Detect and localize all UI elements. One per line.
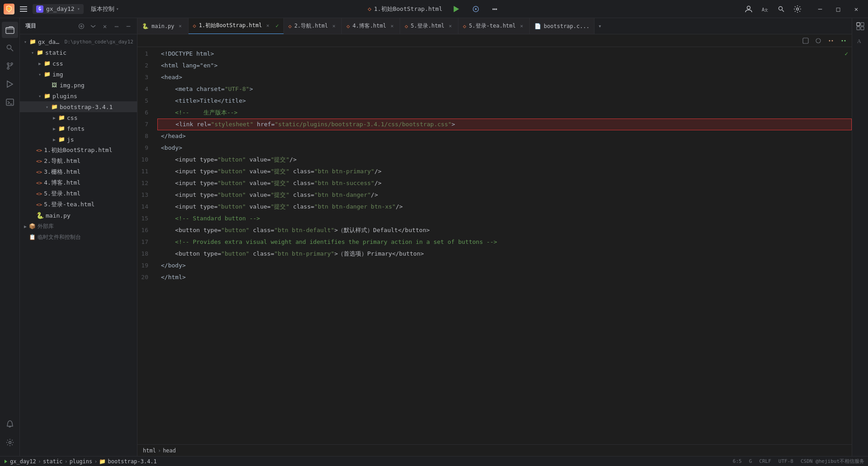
code-token: </head>	[161, 130, 186, 142]
line-number: 3	[137, 71, 152, 83]
breadcrumb-static: static	[43, 458, 62, 465]
svg-point-3	[475, 8, 477, 10]
code-line: <input type="button" value="提交"/>	[157, 154, 852, 166]
editor-icon-2[interactable]	[814, 36, 823, 45]
close-button[interactable]: ✕	[848, 3, 864, 15]
activity-vcs-icon[interactable]	[2, 58, 18, 74]
tab-close-nav-html[interactable]: ✕	[330, 23, 337, 29]
static-label: static	[45, 49, 66, 56]
tab-close-bootstrap-html[interactable]: ✕	[264, 23, 271, 29]
tree-fonts[interactable]: ▶ 📁 fonts	[20, 123, 137, 134]
bootstrap-label: bootstrap-3.4.1	[60, 104, 113, 110]
translate-icon[interactable]: A文	[760, 4, 770, 14]
code-content[interactable]: <!DOCTYPE html>✓<html lang="en"><head> <…	[157, 47, 852, 444]
tree-external[interactable]: ▶ 📦 外部库	[20, 221, 137, 232]
debug-button[interactable]	[470, 3, 482, 15]
tree-img[interactable]: ▾ 📁 img	[20, 69, 137, 80]
tree-nav-html[interactable]: ▶ <> 2.导航.html	[20, 156, 137, 166]
project-selector[interactable]: G gx_day12 ▾	[33, 4, 84, 14]
title-bar-center: ◇ 1.初始BootStrap.html ⋯	[368, 3, 500, 15]
collapse-all-button[interactable]	[88, 21, 98, 31]
tab-bootstrap-css[interactable]: 📄 bootstrap.c...	[530, 18, 594, 34]
tree-main-py[interactable]: ▶ 🐍 main.py	[20, 210, 137, 221]
activity-folder-icon[interactable]	[2, 22, 18, 38]
more-options-button[interactable]: ⋯	[490, 4, 500, 14]
tree-login-html[interactable]: ▶ <> 5.登录.html	[20, 188, 137, 199]
tab-bootstrap-html[interactable]: ◇ 1.初始BootStrap.html ✕ ✓	[189, 18, 284, 34]
b-js-label: js	[67, 136, 74, 143]
code-token: <html lang="en">	[161, 60, 217, 71]
activity-notifications-icon[interactable]	[2, 416, 18, 433]
close-sidebar-button[interactable]: ✕	[100, 21, 110, 31]
activity-run-icon[interactable]	[2, 76, 18, 92]
tree-arrow-static: ▾	[29, 49, 36, 56]
code-token: "btn btn-danger btn-xs"	[314, 201, 396, 213]
plugins-folder-icon: 📁	[43, 92, 51, 100]
tree-plugins[interactable]: ▾ 📁 plugins	[20, 90, 137, 101]
breadcrumb-head: head	[163, 447, 176, 454]
sidebar-header: 项目 ✕ ⋯ ─	[20, 18, 137, 34]
tab-close-blog-html[interactable]: ✕	[389, 23, 395, 29]
editor-icon-4[interactable]	[839, 36, 848, 45]
tab-icon-nav-html: ◇	[288, 23, 292, 29]
title-bar: G gx_day12 ▾ 版本控制 ▾ ◇ 1.初始BootStrap.html…	[0, 0, 868, 18]
tree-b-css[interactable]: ▶ 📁 css	[20, 112, 137, 123]
code-token: "提交"	[271, 166, 290, 177]
tree-bootstrap-html[interactable]: ▶ <> 1.初始BootStrap.html	[20, 145, 137, 156]
account-icon[interactable]	[743, 4, 754, 14]
tab-label-main-py: main.py	[151, 23, 175, 29]
tabs-bar: 🐍 main.py ✕ ◇ 1.初始BootStrap.html ✕ ✓ ◇ 2…	[137, 18, 852, 34]
tree-grid-html[interactable]: ▶ <> 3.栅格.html	[20, 166, 137, 177]
tab-nav-html[interactable]: ◇ 2.导航.html ✕	[284, 18, 342, 34]
settings-icon[interactable]	[792, 4, 803, 14]
activity-search-icon[interactable]	[2, 40, 18, 56]
tab-main-py[interactable]: 🐍 main.py ✕	[137, 18, 189, 34]
tab-close-main-py[interactable]: ✕	[177, 23, 184, 29]
line-number: 10	[137, 154, 152, 166]
tree-img-png[interactable]: ▶ 🖼 img.png	[20, 80, 137, 90]
status-right: 6:5 G CRLF UTF-8 CSDN @hejibut不相信服务	[733, 458, 864, 465]
more-sidebar-button[interactable]: ⋯	[112, 21, 122, 31]
tree-b-js[interactable]: ▶ 📁 js	[20, 134, 137, 145]
minimize-button[interactable]: ─	[812, 3, 828, 15]
maximize-button[interactable]: □	[830, 3, 846, 15]
hamburger-menu[interactable]	[18, 4, 29, 14]
tab-login-html[interactable]: ◇ 5.登录.html ✕	[400, 18, 458, 34]
tab-close-login-html[interactable]: ✕	[447, 23, 453, 29]
activity-settings-icon[interactable]	[2, 434, 18, 451]
editor-icon-3[interactable]	[826, 36, 835, 45]
tabs-overflow-button[interactable]: ▾	[594, 18, 605, 34]
editor-icon-1[interactable]	[801, 36, 810, 45]
line-number: 18	[137, 248, 152, 260]
add-file-button[interactable]	[76, 21, 86, 31]
tab-blog-html[interactable]: ◇ 4.博客.html ✕	[342, 18, 400, 34]
tab-login-tea-html[interactable]: ◇ 5.登录-tea.html ✕	[458, 18, 530, 34]
minimize-sidebar-button[interactable]: ─	[123, 21, 133, 31]
svg-marker-34	[5, 460, 7, 463]
b-js-folder-icon: 📁	[58, 136, 65, 143]
sidebar: 项目 ✕ ⋯ ─ ▾ 📁 gx_day12 D:\python_code\	[20, 18, 137, 456]
tree-bootstrap[interactable]: ▾ 📁 bootstrap-3.4.1	[20, 101, 137, 112]
svg-text:A: A	[857, 38, 861, 44]
tree-blog-html[interactable]: ▶ <> 4.博客.html	[20, 177, 137, 188]
rp-font-icon[interactable]: A	[854, 34, 867, 47]
tab-close-login-tea-html[interactable]: ✕	[519, 23, 525, 29]
code-token: >	[250, 83, 253, 95]
tree-login-tea-html[interactable]: ▶ <> 5.登录-tea.html	[20, 199, 137, 210]
rp-structure-icon[interactable]	[854, 20, 867, 33]
tab-label-bootstrap-html: 1.初始BootStrap.html	[199, 22, 262, 29]
code-token: <meta charset=	[175, 83, 225, 95]
svg-rect-32	[861, 27, 864, 30]
b-css-folder-icon: 📁	[58, 114, 65, 121]
tree-root[interactable]: ▾ 📁 gx_day12 D:\python_code\gx_day12	[20, 36, 137, 47]
tree-css[interactable]: ▶ 📁 css	[20, 58, 137, 69]
tree-temp[interactable]: ▶ 📋 临时文件和控制台	[20, 232, 137, 243]
tab-icon-login-html: ◇	[405, 23, 408, 29]
tree-static[interactable]: ▾ 📁 static	[20, 47, 137, 58]
vcs-selector[interactable]: 版本控制 ▾	[87, 4, 123, 14]
external-label: 外部库	[38, 223, 54, 230]
activity-terminal-icon[interactable]	[2, 94, 18, 110]
search-icon[interactable]	[776, 4, 787, 14]
code-token: <button type=	[161, 224, 221, 236]
run-button[interactable]	[450, 3, 462, 15]
